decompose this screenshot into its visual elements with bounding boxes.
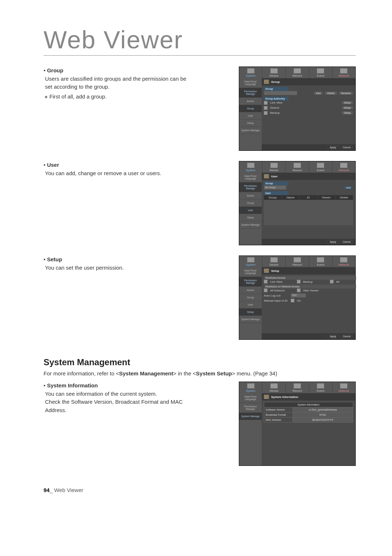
- group-heading: • Group: [44, 67, 189, 75]
- group-sublabel: Group: [264, 87, 289, 91]
- tab-device[interactable]: Device: [262, 161, 286, 173]
- user-heading: • User: [44, 161, 189, 169]
- tab-system[interactable]: System: [239, 67, 262, 78]
- tab-network[interactable]: Network: [332, 382, 355, 393]
- add-button[interactable]: Add: [344, 186, 353, 190]
- group-select[interactable]: [264, 91, 297, 95]
- side-datetime[interactable]: Date/Time/ Language: [239, 267, 262, 277]
- side-permission[interactable]: Permission Manage: [239, 88, 262, 98]
- side-setup[interactable]: Setup: [239, 214, 262, 221]
- group-bullet: First of all, add a group.: [45, 93, 189, 101]
- cancel-button[interactable]: Cancel: [340, 334, 353, 338]
- side-setup[interactable]: Setup: [239, 309, 262, 316]
- side-permission[interactable]: Permission Manage: [239, 182, 262, 192]
- auto-logout-label: Auto Log out: [264, 294, 289, 297]
- rename-button[interactable]: Rename: [339, 91, 353, 95]
- panel-title: Setup: [271, 269, 279, 273]
- checkbox[interactable]: [264, 280, 268, 283]
- panel-icon: [264, 174, 269, 178]
- tab-record[interactable]: Record: [286, 382, 309, 393]
- setup-heading: • Setup: [44, 255, 189, 264]
- side-user[interactable]: User: [239, 207, 262, 214]
- side-setup[interactable]: Setup: [239, 120, 262, 127]
- side-admin[interactable]: Admin: [239, 287, 262, 294]
- system-management-ref: For more information, refer to <System M…: [44, 370, 356, 376]
- page-footer: 94_ Web Viewer: [44, 487, 356, 493]
- cancel-button[interactable]: Cancel: [340, 240, 353, 244]
- side-permission[interactable]: Permission Manage: [239, 277, 262, 287]
- panel-title: User: [271, 175, 278, 178]
- panel-icon: [264, 80, 269, 84]
- sysinfo-heading: • System Information: [44, 382, 189, 390]
- side-group[interactable]: Group: [239, 200, 262, 207]
- tab-device[interactable]: Device: [262, 67, 286, 78]
- side-datetime[interactable]: Date/Time/ Language: [239, 78, 262, 88]
- delete-button[interactable]: Delete: [324, 91, 337, 95]
- checkbox[interactable]: [264, 111, 268, 115]
- screenshot-user: System Device Record Event Network Date/…: [239, 161, 356, 245]
- apply-button[interactable]: Apply: [327, 240, 339, 244]
- screenshot-group: System Device Record Event Network Date/…: [239, 67, 356, 151]
- tab-event[interactable]: Event: [309, 256, 332, 267]
- restrict-network-label: Restriction on Network Access: [264, 285, 356, 289]
- cancel-button[interactable]: Cancel: [340, 145, 353, 149]
- tab-event[interactable]: Event: [309, 67, 332, 78]
- user-sublabel: User: [264, 191, 289, 195]
- side-permission[interactable]: Permission Manage: [239, 403, 262, 413]
- checkbox[interactable]: [297, 280, 301, 283]
- checkbox[interactable]: [330, 280, 334, 283]
- tab-network[interactable]: Network: [332, 256, 355, 267]
- apply-button[interactable]: Apply: [327, 145, 339, 149]
- checkbox[interactable]: [264, 289, 268, 292]
- side-group[interactable]: Group: [239, 294, 262, 301]
- tab-device[interactable]: Device: [262, 382, 286, 393]
- page-title: Web Viewer: [44, 25, 356, 56]
- setup-button[interactable]: Setup: [342, 106, 353, 110]
- user-group-label: Group: [264, 181, 289, 185]
- setup-desc: You can set the user permission.: [45, 264, 189, 272]
- opt-webviewer: Web Viewer: [303, 289, 319, 292]
- table-row: MAC Address00:00:F0:54:FF:FF: [264, 418, 353, 423]
- opt-allnet: All Network: [270, 289, 295, 292]
- tab-device[interactable]: Device: [262, 256, 286, 267]
- checkbox[interactable]: [291, 299, 294, 302]
- side-admin[interactable]: Admin: [239, 98, 262, 105]
- tab-system[interactable]: System: [239, 256, 262, 267]
- tab-record[interactable]: Record: [286, 67, 309, 78]
- col-header: Viewer: [318, 195, 335, 200]
- opt-backup: Backup: [303, 280, 328, 283]
- side-system-manage[interactable]: System Manage: [239, 413, 262, 420]
- user-desc: You can add, change or remove a user or …: [45, 169, 189, 178]
- group-authority-label: Group Authority: [264, 97, 289, 101]
- side-system-manage[interactable]: System Manage: [239, 316, 262, 323]
- checkbox[interactable]: [264, 101, 268, 105]
- side-datetime[interactable]: Date/Time/ Language: [239, 173, 262, 182]
- tab-event[interactable]: Event: [309, 382, 332, 393]
- table-row: Software Versionv1.0xh_yymmddhhmmss: [264, 407, 353, 412]
- tab-system[interactable]: System: [239, 382, 262, 393]
- apply-button[interactable]: Apply: [327, 334, 339, 338]
- tab-network[interactable]: Network: [332, 161, 355, 173]
- setup-button[interactable]: Setup: [342, 101, 353, 105]
- side-system-manage[interactable]: System Manage: [239, 127, 262, 134]
- side-datetime[interactable]: Date/Time/ Language: [239, 393, 262, 403]
- opt-liveview: Live View: [270, 280, 295, 283]
- side-user[interactable]: User: [239, 112, 262, 120]
- tab-event[interactable]: Event: [309, 161, 332, 173]
- add-button[interactable]: Add: [314, 91, 323, 95]
- side-system-manage[interactable]: System Manage: [239, 221, 262, 229]
- auth-item: Search: [270, 106, 279, 109]
- panel-icon: [264, 269, 269, 273]
- side-admin[interactable]: Admin: [239, 192, 262, 200]
- auto-logout-select[interactable]: OFF: [291, 293, 306, 298]
- tab-record[interactable]: Record: [286, 256, 309, 267]
- tab-network[interactable]: Network: [332, 67, 355, 78]
- setup-button[interactable]: Setup: [342, 111, 353, 115]
- side-user[interactable]: User: [239, 301, 262, 309]
- checkbox[interactable]: [264, 106, 268, 110]
- side-group[interactable]: Group: [239, 105, 262, 112]
- tab-record[interactable]: Record: [286, 161, 309, 173]
- tab-system[interactable]: System: [239, 161, 262, 173]
- group-select[interactable]: All Group: [264, 185, 286, 190]
- checkbox[interactable]: [297, 289, 301, 292]
